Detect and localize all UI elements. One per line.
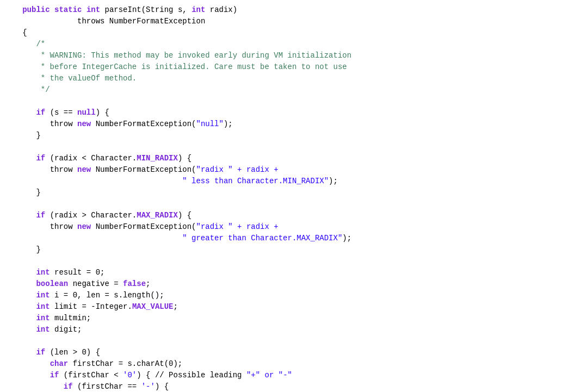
code-token — [9, 301, 36, 313]
code-token: if — [36, 347, 45, 358]
code-token: ) { — [155, 381, 169, 392]
code-token: ; — [174, 301, 178, 313]
code-line: throws NumberFormatException — [0, 16, 569, 27]
code-token: ; — [146, 278, 150, 290]
code-token: if — [64, 381, 73, 392]
code-token: /* — [9, 39, 45, 50]
code-token: MAX_RADIX — [137, 210, 178, 221]
code-token: throw — [50, 221, 73, 233]
code-token: boolean — [36, 278, 68, 290]
code-token: s, — [174, 4, 192, 16]
code-token: (radix > Character. — [45, 210, 137, 221]
code-token: */ — [9, 84, 50, 96]
code-token: static — [54, 4, 82, 16]
code-token: (firstChar == — [73, 381, 141, 392]
code-token: (s == — [45, 107, 77, 119]
code-token — [9, 381, 64, 392]
code-token — [9, 324, 36, 335]
code-token: ); — [342, 233, 351, 244]
code-token: } — [9, 187, 41, 198]
code-line: public static int parseInt(String s, int… — [0, 4, 569, 16]
code-token: ); — [329, 176, 338, 187]
code-token: { — [9, 27, 27, 39]
code-line: int i = 0, len = s.length(); — [0, 290, 569, 301]
code-token: null — [77, 107, 96, 119]
code-token: char — [50, 358, 69, 370]
code-token — [50, 4, 54, 16]
code-token: radix) — [205, 4, 237, 16]
code-token: if — [36, 210, 45, 221]
code-token — [9, 358, 50, 370]
code-token: (len > 0) { — [45, 347, 100, 358]
code-token — [9, 221, 50, 233]
code-line: if (firstChar == '-') { — [0, 381, 569, 392]
code-token: throw — [50, 119, 73, 130]
code-line — [0, 335, 569, 347]
code-token: "radix " + radix + — [196, 164, 279, 176]
code-token: new — [77, 221, 91, 233]
code-token: ) { — [178, 210, 191, 221]
code-token: false — [123, 278, 146, 290]
code-token: ) { // Possible leading — [137, 370, 246, 381]
code-token — [9, 267, 36, 278]
code-token: throws — [77, 16, 104, 27]
code-line: int multmin; — [0, 313, 569, 324]
code-token: * before IntegerCache is initialized. Ca… — [9, 61, 347, 73]
code-line: throw new NumberFormatException("radix "… — [0, 221, 569, 233]
code-token: ) { — [96, 107, 109, 119]
code-line: /* — [0, 39, 569, 50]
code-token: " less than Character.MIN_RADIX" — [182, 176, 329, 187]
code-token — [9, 107, 36, 119]
code-token: } — [9, 244, 41, 256]
code-line: if (radix < Character.MIN_RADIX) { — [0, 153, 569, 164]
code-line — [0, 96, 569, 107]
code-token: int — [86, 4, 100, 16]
code-token: result = 0; — [50, 267, 105, 278]
code-token — [9, 278, 36, 290]
code-line: boolean negative = false; — [0, 278, 569, 290]
code-token — [9, 4, 22, 16]
code-token: " greater than Character.MAX_RADIX" — [182, 233, 342, 244]
code-token: NumberFormatException — [104, 16, 205, 27]
code-token: int — [36, 267, 50, 278]
code-line: if (len > 0) { — [0, 347, 569, 358]
code-token: digit; — [50, 324, 82, 335]
code-token: "radix " + radix + — [196, 221, 279, 233]
code-line: int digit; — [0, 324, 569, 335]
code-line: int limit = -Integer.MAX_VALUE; — [0, 301, 569, 313]
code-token — [9, 290, 36, 301]
code-token: ) { — [178, 153, 191, 164]
code-token — [9, 164, 50, 176]
code-line: " greater than Character.MAX_RADIX"); — [0, 233, 569, 244]
code-token: (radix < Character. — [45, 153, 137, 164]
code-line: } — [0, 187, 569, 198]
code-line: { — [0, 27, 569, 39]
code-token — [9, 176, 182, 187]
code-token: if — [36, 107, 45, 119]
code-token: limit = -Integer. — [50, 301, 132, 313]
code-token — [9, 153, 36, 164]
code-token: (firstChar < — [59, 370, 123, 381]
code-line: int result = 0; — [0, 267, 569, 278]
code-token: firstChar = s.charAt(0); — [68, 358, 182, 370]
code-token — [9, 233, 182, 244]
code-token: "null" — [196, 119, 224, 130]
code-token — [9, 210, 36, 221]
code-token: i = 0, len = s.length(); — [50, 290, 164, 301]
code-token: "+" or "-" — [246, 370, 292, 381]
code-token: * the valueOf method. — [9, 73, 137, 84]
code-line — [0, 141, 569, 153]
code-token: * WARNING: This method may be invoked ea… — [9, 50, 351, 61]
code-token: new — [77, 119, 91, 130]
code-line: char firstChar = s.charAt(0); — [0, 358, 569, 370]
code-line: * before IntegerCache is initialized. Ca… — [0, 61, 569, 73]
code-token — [73, 164, 77, 176]
code-token: '-' — [141, 381, 155, 392]
code-token: parseInt( — [100, 4, 146, 16]
code-token — [9, 347, 36, 358]
code-token — [82, 4, 86, 16]
code-token — [9, 370, 50, 381]
code-token: NumberFormatException( — [91, 221, 196, 233]
code-token: MAX_VALUE — [132, 301, 174, 313]
code-line: */ — [0, 84, 569, 96]
